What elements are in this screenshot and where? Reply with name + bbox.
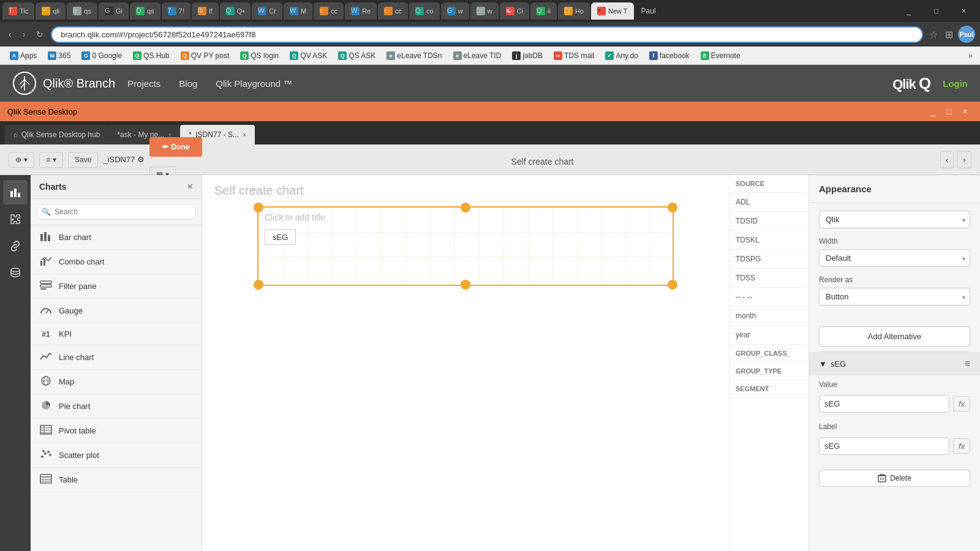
tab-cc2[interactable]: c cc [378, 2, 408, 20]
extensions-button[interactable]: ⊞ [943, 28, 956, 42]
sidebar-icon-charts[interactable] [3, 180, 28, 204]
close-button[interactable]: × [950, 0, 978, 22]
tab-cc[interactable]: c cc [314, 2, 344, 20]
source-item-segment[interactable]: SEGMENT [729, 380, 809, 398]
sidebar-icon-data[interactable] [3, 261, 28, 285]
bookmark-eleavetdsn[interactable]: e eLeave TDSn [382, 50, 447, 61]
view-mode-button[interactable]: ⊕ ▾ [9, 152, 34, 168]
chart-item-map[interactable]: Map [31, 370, 202, 394]
nav-next-button[interactable]: › [957, 151, 971, 168]
source-item-year[interactable]: year [729, 326, 809, 345]
qsd-minimize-button[interactable]: _ [926, 105, 941, 118]
source-item-group-type[interactable]: GROUP_TYPE [729, 362, 809, 380]
tab-re[interactable]: W Re [345, 2, 377, 20]
chart-frame[interactable]: Click to add title sEG [257, 206, 674, 286]
bookmark-qvask[interactable]: Q QV ASK [285, 50, 332, 61]
tab-co[interactable]: Q co [409, 2, 440, 20]
bookmark-tdsmail[interactable]: ∞ TDS mail [549, 50, 599, 61]
bookmark-anydo[interactable]: ✓ Any.do [600, 50, 643, 61]
tab-ci[interactable]: ☯ Ci [500, 2, 529, 20]
resize-handle-tl[interactable] [254, 203, 263, 212]
bookmark-apps[interactable]: A Apps [5, 50, 42, 61]
login-button[interactable]: Login [943, 78, 968, 89]
done-button[interactable]: ✏ Done [149, 137, 202, 157]
bookmark-eleavetid[interactable]: e eLeave TID [448, 50, 507, 61]
nav-blog[interactable]: Blog [179, 78, 197, 89]
seg-menu-button[interactable]: ≡ [965, 358, 970, 369]
chart-item-bar[interactable]: Bar chart [31, 225, 202, 250]
tab-ho[interactable]: Q Ho [558, 2, 590, 20]
chart-item-filter[interactable]: Filter pane [31, 274, 202, 299]
maximize-button[interactable]: □ [922, 0, 950, 22]
resize-handle-tr[interactable] [668, 203, 677, 212]
bookmark-qslogin[interactable]: Q QS login [235, 50, 284, 61]
chart-item-pie[interactable]: Pie chart [31, 394, 202, 419]
tab-wa[interactable]: □ w [470, 2, 499, 20]
bookmark-star-button[interactable]: ☆ [927, 28, 940, 42]
tab-qs2[interactable]: Q qs [130, 2, 160, 20]
tab-if[interactable]: Φ If [192, 2, 219, 20]
resize-handle-bm[interactable] [461, 280, 470, 290]
source-item-tdsid[interactable]: TDSID [729, 212, 809, 231]
bookmarks-more-button[interactable]: » [966, 50, 975, 61]
bookmark-evernote[interactable]: E Evernote [696, 50, 745, 61]
value-input[interactable] [819, 395, 949, 413]
source-item-adl[interactable]: ADL [729, 193, 809, 212]
width-select[interactable]: Default [819, 249, 970, 267]
source-select[interactable]: Qlik [819, 211, 970, 228]
sidebar-icon-puzzle[interactable] [3, 207, 28, 231]
nav-projects[interactable]: Projects [127, 78, 160, 89]
nav-playground[interactable]: Qlik Playground ™ [216, 78, 292, 89]
chart-item-scatter[interactable]: Scatter plot [31, 443, 202, 468]
value-fx-button[interactable]: fx [953, 396, 970, 411]
label-fx-button[interactable]: fx [953, 438, 970, 454]
tab-gi[interactable]: G Gi [99, 2, 129, 20]
tab-tic[interactable]: T Tic [2, 2, 34, 20]
tab-cr[interactable]: W Cr [252, 2, 282, 20]
tab-new[interactable]: × New T [591, 2, 634, 20]
chart-item-combo[interactable]: Combo chart [31, 250, 202, 274]
forward-button[interactable]: › [19, 27, 29, 42]
url-input[interactable] [51, 26, 923, 43]
list-view-button[interactable]: ≡ ▾ [39, 152, 63, 168]
tab-m[interactable]: W M [284, 2, 312, 20]
bookmark-qvpy[interactable]: Q QV PY post [176, 50, 234, 61]
tab-qa[interactable]: Q Q• [220, 2, 251, 20]
render-as-select[interactable]: Button [819, 288, 970, 305]
source-item-group-class[interactable]: GROUP_CLASS_ [729, 345, 809, 362]
label-input[interactable] [819, 437, 949, 455]
bookmark-qsask[interactable]: Q QS ASK [333, 50, 380, 61]
bookmark-google[interactable]: G 0 Google [77, 50, 127, 61]
user-profile-avatar[interactable]: Paul [958, 26, 975, 43]
tab-7[interactable]: 7 7! [162, 2, 190, 20]
charts-search-input[interactable] [37, 204, 195, 220]
source-item-month[interactable]: month [729, 307, 809, 326]
source-item-tdskl[interactable]: TDSKL [729, 231, 809, 250]
resize-handle-br[interactable] [668, 280, 677, 290]
back-button[interactable]: ‹ [5, 27, 15, 42]
resize-handle-tm[interactable] [461, 203, 470, 212]
seg-section-header[interactable]: ▼ sEG ≡ [809, 352, 980, 375]
source-item-source[interactable]: SOURCE [729, 175, 809, 193]
tab-ii[interactable]: Q ii [530, 2, 557, 20]
delete-button[interactable]: Delete [819, 470, 970, 487]
resize-handle-bl[interactable] [254, 280, 263, 290]
nav-prev-button[interactable]: ‹ [940, 151, 954, 168]
source-item-tdspg[interactable]: TDSPG [729, 250, 809, 269]
chart-item-pivot[interactable]: Pivot table [31, 419, 202, 443]
chart-item-table[interactable]: Table [31, 468, 202, 492]
reload-button[interactable]: ↻ [32, 27, 47, 42]
bookmark-jobdb[interactable]: j jobDB [507, 50, 548, 61]
chart-item-kpi[interactable]: #1 KPI [31, 323, 202, 345]
bookmark-qshub[interactable]: Q QS Hub [128, 50, 175, 61]
save-button[interactable]: Save [68, 152, 98, 168]
source-item-tdss[interactable]: TDSS [729, 269, 809, 288]
tab-gw[interactable]: G w [441, 2, 469, 20]
bookmark-365[interactable]: M 365 [43, 50, 75, 61]
minimize-button[interactable]: _ [895, 0, 922, 22]
qsd-close-button[interactable]: × [958, 105, 973, 118]
add-alternative-button[interactable]: Add Alternative [819, 326, 970, 347]
tab-qli[interactable]: Y qli [36, 2, 66, 20]
chart-item-line[interactable]: Line chart [31, 345, 202, 370]
chart-item-gauge[interactable]: Gauge [31, 299, 202, 323]
